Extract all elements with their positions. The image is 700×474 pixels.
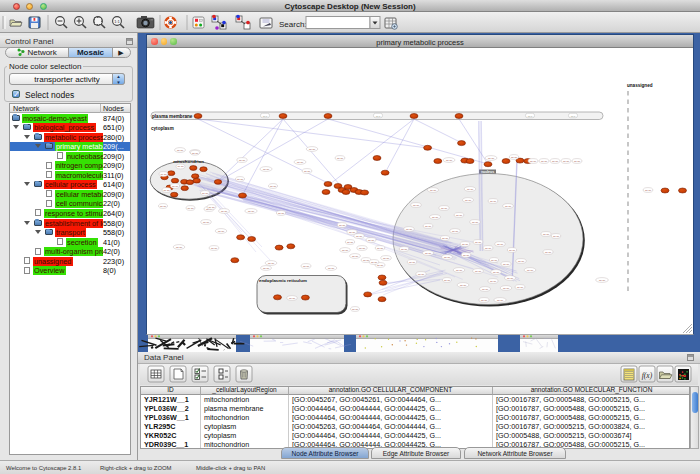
svg-text:an sp: an sp [497, 299, 504, 302]
svg-text:an sp: an sp [401, 248, 408, 251]
svg-text:an sp: an sp [482, 288, 489, 291]
svg-text:an sp: an sp [507, 277, 514, 280]
svg-text:an sp: an sp [377, 247, 384, 250]
svg-text:an sp: an sp [172, 185, 179, 188]
svg-text:an sp: an sp [552, 160, 559, 163]
svg-text:an sp: an sp [297, 161, 304, 164]
svg-text:an sp: an sp [456, 214, 463, 217]
svg-text:an sp: an sp [490, 280, 497, 283]
svg-text:an sp: an sp [460, 284, 467, 287]
svg-text:an sp: an sp [352, 255, 359, 258]
svg-text:endoplasmic reticulum: endoplasmic reticulum [259, 278, 307, 283]
svg-text:an sp: an sp [202, 192, 209, 195]
svg-text:f(x): f(x) [642, 371, 653, 380]
svg-text:an sp: an sp [485, 247, 492, 250]
svg-text:an sp: an sp [356, 235, 363, 238]
svg-text:an sp: an sp [303, 265, 310, 268]
svg-text:an sp: an sp [491, 259, 498, 262]
svg-text:an sp: an sp [347, 241, 354, 244]
svg-text:an sp: an sp [289, 297, 296, 300]
svg-text:an sp: an sp [475, 270, 482, 273]
svg-text:an sp: an sp [377, 264, 384, 267]
svg-text:an sp: an sp [563, 160, 570, 163]
svg-text:an s: an s [571, 115, 576, 118]
svg-text:an sp: an sp [425, 252, 432, 255]
svg-text:an sp: an sp [218, 230, 225, 233]
svg-text:an sp: an sp [248, 210, 255, 213]
svg-text:an sp: an sp [413, 204, 420, 207]
svg-text:cytoplasm: cytoplasm [151, 126, 174, 131]
svg-text:an sp: an sp [446, 159, 453, 162]
svg-text:an sp: an sp [418, 273, 425, 276]
svg-text:an sp: an sp [383, 257, 390, 260]
svg-text:an sp: an sp [493, 271, 500, 274]
svg-text:an sp: an sp [349, 231, 356, 234]
svg-text:an sp: an sp [239, 159, 246, 162]
svg-text:an s: an s [528, 115, 533, 118]
svg-text:an sp: an sp [328, 267, 335, 270]
svg-text:an sp: an sp [177, 165, 184, 168]
svg-text:an sp: an sp [442, 237, 449, 240]
svg-text:an sp: an sp [339, 224, 346, 227]
svg-text:an sp: an sp [541, 160, 548, 163]
svg-text:an sp: an sp [203, 221, 210, 224]
svg-text:an sp: an sp [481, 299, 488, 302]
svg-text:an sp: an sp [208, 206, 215, 209]
svg-text:an sp: an sp [425, 225, 432, 228]
svg-text:an sp: an sp [304, 170, 311, 173]
svg-text:an sp: an sp [545, 251, 552, 254]
svg-text:an sp: an sp [278, 212, 285, 215]
svg-text:an sp: an sp [511, 156, 518, 159]
svg-text:1:1: 1:1 [114, 19, 120, 24]
svg-text:an sp: an sp [503, 287, 510, 290]
svg-text:an sp: an sp [490, 200, 497, 203]
svg-text:an sp: an sp [270, 185, 277, 188]
svg-text:an sp: an sp [553, 235, 560, 238]
svg-text:an sp: an sp [444, 256, 451, 259]
svg-text:an sp: an sp [530, 160, 537, 163]
svg-text:an sp: an sp [263, 168, 270, 171]
svg-text:unassigned: unassigned [627, 83, 653, 88]
svg-text:an sp: an sp [599, 279, 606, 282]
svg-text:an sp: an sp [645, 189, 652, 192]
svg-text:an sp: an sp [221, 210, 228, 213]
svg-text:Search:: Search: [279, 20, 307, 29]
svg-text:an sp: an sp [177, 149, 184, 152]
svg-text:an sp: an sp [406, 228, 413, 231]
svg-text:an sp: an sp [187, 207, 194, 210]
svg-text:an sp: an sp [472, 221, 479, 224]
svg-text:an sp: an sp [430, 189, 437, 192]
svg-text:an sp: an sp [505, 205, 512, 208]
svg-text:an sp: an sp [352, 308, 359, 311]
svg-text:an sp: an sp [160, 173, 167, 176]
svg-text:nucleus: nucleus [481, 170, 494, 174]
svg-text:an sp: an sp [462, 243, 469, 246]
svg-text:an s: an s [376, 115, 381, 118]
svg-text:an sp: an sp [342, 249, 349, 252]
svg-text:an sp: an sp [488, 157, 495, 160]
svg-text:an sp: an sp [268, 262, 275, 265]
svg-text:mitochondrion: mitochondrion [173, 159, 204, 164]
svg-text:an sp: an sp [497, 243, 504, 246]
svg-text:an sp: an sp [527, 269, 534, 272]
svg-text:an sp: an sp [517, 286, 524, 289]
svg-text:an sp: an sp [176, 246, 183, 249]
svg-text:an sp: an sp [368, 239, 375, 242]
svg-text:an sp: an sp [337, 157, 344, 160]
svg-text:an sp: an sp [237, 178, 244, 181]
svg-text:an sp: an sp [192, 152, 199, 155]
svg-text:an sp: an sp [509, 249, 516, 252]
svg-text:an sp: an sp [543, 233, 550, 236]
svg-text:an sp: an sp [441, 207, 448, 210]
svg-text:an sp: an sp [574, 160, 581, 163]
svg-text:an sp: an sp [160, 205, 167, 208]
svg-text:an sp: an sp [309, 148, 316, 151]
svg-text:an s: an s [263, 115, 268, 118]
svg-text:an sp: an sp [363, 259, 370, 262]
svg-text:an sp: an sp [444, 279, 451, 282]
svg-text:an sp: an sp [465, 199, 472, 202]
svg-text:an sp: an sp [163, 189, 170, 192]
svg-text:an sp: an sp [409, 261, 416, 264]
svg-text:an sp: an sp [518, 260, 525, 263]
svg-text:an sp: an sp [359, 247, 366, 250]
